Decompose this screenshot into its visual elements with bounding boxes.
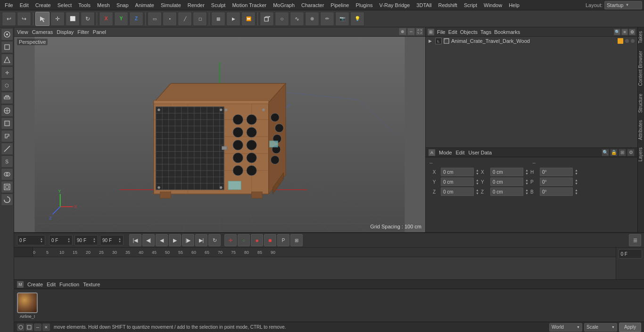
mat-texture-menu[interactable]: Texture [83, 282, 100, 287]
menu-simulate[interactable]: Simulate [158, 1, 184, 9]
menu-animate[interactable]: Animate [132, 1, 157, 9]
om-bookmarks-menu[interactable]: Bookmarks [494, 29, 520, 35]
vp-icon-lock[interactable]: ⊕ [399, 28, 406, 35]
om-config-btn[interactable]: ⚙ [629, 29, 636, 35]
menu-window[interactable]: Window [481, 1, 505, 9]
mat-edit-menu[interactable]: Edit [47, 282, 56, 287]
viewport-panel-menu[interactable]: Panel [93, 29, 106, 35]
attr-icon-2[interactable]: 🔒 [610, 149, 618, 156]
viewport-cameras-menu[interactable]: Cameras [32, 29, 53, 35]
menu-snap[interactable]: Snap [114, 1, 132, 9]
attr-mode-menu[interactable]: Mode [439, 150, 452, 155]
end-frame-display[interactable]: 90 F ▲▼ [74, 235, 98, 245]
rotate-tool-button[interactable]: ↻ [81, 12, 95, 26]
step-forward-button[interactable]: |▶ [182, 234, 194, 246]
tab-takes[interactable]: Takes [638, 27, 644, 47]
om-filter-btn[interactable]: ≡ [621, 29, 628, 35]
coord-y-pos[interactable]: 0 cm [441, 178, 474, 186]
om-search-btn[interactable]: 🔍 [614, 29, 620, 35]
render-view-button[interactable]: ▶ [226, 12, 240, 26]
menu-redshift[interactable]: Redshift [436, 1, 460, 9]
om-item-crate[interactable]: ▶ L ⬛ Animal_Crate_Travel_Dark_Wood [426, 37, 637, 45]
sphere-tool-button[interactable]: ○ [275, 12, 289, 26]
menu-character[interactable]: Character [298, 1, 327, 9]
stop-record-button[interactable]: ■ [251, 234, 263, 246]
layout-dropdown[interactable]: Startup ▼ [604, 1, 642, 9]
brush-tool-button[interactable]: ✏ [320, 12, 334, 26]
coord-x-pos-spinner[interactable]: ▲▼ [476, 169, 479, 175]
menu-script[interactable]: Script [461, 1, 480, 9]
coord-x-pos[interactable]: 0 cm [441, 168, 474, 176]
left-tool-1[interactable] [1, 28, 13, 40]
coord-p-spinner[interactable]: ▲▼ [575, 178, 578, 185]
vp-icon-fullscreen[interactable]: ⛶ [416, 28, 423, 35]
timeline-mode-button[interactable]: ☰ [629, 234, 641, 246]
coord-z-pos-spinner[interactable]: ▲▼ [476, 188, 479, 195]
menu-tools[interactable]: Tools [75, 1, 93, 9]
attr-userdata-menu[interactable]: User Data [469, 150, 492, 155]
coord-y-size-spinner[interactable]: ▲▼ [525, 178, 528, 185]
left-tool-14[interactable] [1, 194, 13, 206]
record-rot-button[interactable]: ○ [238, 234, 250, 246]
mat-item-airline[interactable]: Airline_I [17, 292, 38, 319]
current-frame-display[interactable]: 0 F ▲▼ [17, 235, 45, 245]
z-axis-button[interactable]: Z [129, 12, 143, 26]
om-expand-arrow[interactable]: ▶ [429, 39, 433, 43]
light-tool-button[interactable]: 💡 [350, 12, 364, 26]
select-tool-button[interactable] [35, 12, 50, 26]
coord-y-pos-spinner[interactable]: ▲▼ [476, 178, 479, 185]
menu-select[interactable]: Select [55, 1, 75, 9]
coord-h-spinner[interactable]: ▲▼ [575, 169, 578, 175]
render-project-button[interactable]: ⏩ [241, 12, 256, 26]
coord-p-val[interactable]: 0° [540, 178, 573, 186]
curve-tool-button[interactable]: ∿ [290, 12, 304, 26]
coord-z-size-spinner[interactable]: ▲▼ [525, 188, 528, 195]
vp-icon-move[interactable]: ↔ [407, 28, 415, 35]
menu-motion-tracker[interactable]: Motion Tracker [229, 1, 269, 9]
y-axis-button[interactable]: Y [114, 12, 128, 26]
x-axis-button[interactable]: X [99, 12, 113, 26]
render-region-button[interactable]: ▦ [211, 12, 225, 26]
tab-structure[interactable]: Structure [638, 90, 644, 117]
viewport-canvas[interactable]: X Y Z Perspective Grid Spacing : 100 cm [14, 37, 425, 232]
coord-b-val[interactable]: 0° [540, 187, 573, 196]
menu-pipeline[interactable]: Pipeline [328, 1, 352, 9]
menu-sculpt[interactable]: Sculpt [208, 1, 229, 9]
om-file-menu[interactable]: File [437, 29, 446, 35]
attr-icon-1[interactable]: 🔍 [602, 149, 609, 156]
menu-plugins[interactable]: Plugins [353, 1, 375, 9]
om-objects-menu[interactable]: Objects [460, 29, 478, 35]
menu-mesh[interactable]: Mesh [94, 1, 113, 9]
menu-file[interactable]: File [2, 1, 16, 9]
viewport-display-menu[interactable]: Display [57, 29, 74, 35]
undo-button[interactable]: ↩ [2, 12, 16, 26]
apply-button[interactable]: Apply [619, 323, 641, 332]
status-mode-icon-2[interactable] [25, 324, 33, 331]
redo-button[interactable]: ↪ [17, 12, 31, 26]
step-back-button[interactable]: ◀| [142, 234, 155, 246]
menu-3dtall[interactable]: 3DTAll [413, 1, 434, 9]
coord-x-size-spinner[interactable]: ▲▼ [525, 169, 528, 175]
scale-tool-button[interactable]: ⬜ [66, 12, 80, 26]
sweep-tool-button[interactable]: ⊕ [305, 12, 319, 26]
left-tool-12[interactable] [1, 168, 13, 180]
coord-z-pos[interactable]: 0 cm [441, 187, 474, 196]
coord-h-val[interactable]: 0° [540, 168, 573, 176]
start-frame-spinner[interactable]: ▲▼ [67, 237, 70, 243]
model-mode-button[interactable]: ▭ [148, 12, 162, 26]
tab-content-browser[interactable]: Content Browser [638, 47, 644, 89]
left-tool-11[interactable]: S [1, 155, 13, 168]
preview-end-display[interactable]: 90 F ▲▼ [100, 235, 124, 245]
mat-function-menu[interactable]: Function [59, 282, 79, 287]
left-tool-5[interactable]: ⬡ [1, 79, 13, 91]
menu-vray[interactable]: V-Ray Bridge [377, 1, 413, 9]
frame-counter-display[interactable]: 0 F [619, 249, 642, 259]
coord-z-size[interactable]: 0 cm [490, 187, 523, 196]
cube-tool-button[interactable] [260, 12, 274, 26]
timeline-grid-button[interactable]: ⊞ [290, 234, 303, 246]
left-tool-13[interactable] [1, 181, 13, 193]
attr-icon-3[interactable]: ⊞ [619, 149, 626, 156]
left-tool-6[interactable] [1, 92, 13, 104]
left-tool-9[interactable] [1, 130, 13, 142]
move-tool-button[interactable]: ✛ [50, 12, 65, 26]
